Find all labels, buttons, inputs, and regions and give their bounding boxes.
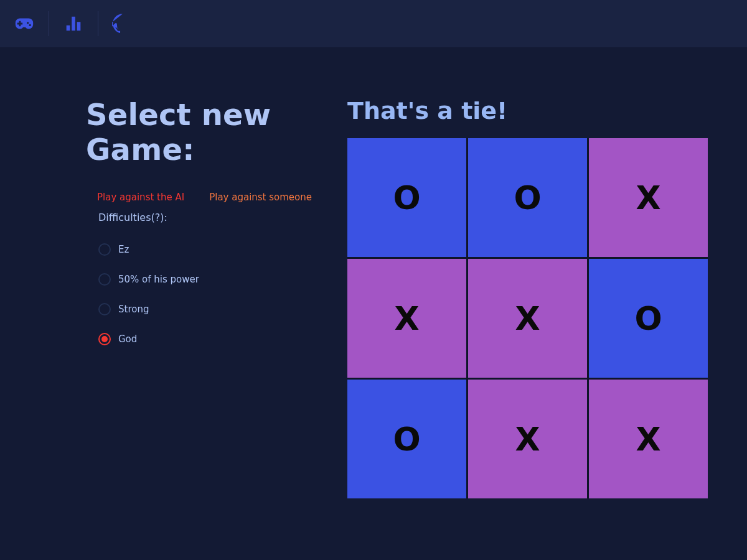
new-game-panel: Select new Game: Play against the AI Pla…: [86, 97, 335, 354]
board-cell[interactable]: X: [347, 259, 466, 378]
mode-row: Play against the AI Play against someone: [97, 192, 335, 203]
nav-separator: [49, 11, 49, 36]
topbar: [0, 0, 747, 47]
game-status: That's a tie!: [347, 97, 708, 124]
difficulty-label: 50% of his power: [118, 274, 199, 285]
board-cell[interactable]: X: [589, 138, 708, 257]
difficulty-option[interactable]: 50% of his power: [98, 264, 335, 294]
board-cell[interactable]: X: [468, 259, 587, 378]
radio-icon: [98, 243, 111, 256]
board-cell[interactable]: O: [589, 259, 708, 378]
difficulty-label: God: [118, 334, 137, 345]
board-cell[interactable]: X: [589, 380, 708, 498]
stage: Select new Game: Play against the AI Pla…: [0, 47, 747, 560]
radio-icon: [98, 333, 111, 345]
nav-separator: [98, 11, 98, 36]
game-board: OOXXXOOXX: [347, 138, 708, 498]
difficulty-label: Strong: [118, 304, 149, 315]
game-panel: That's a tie! OOXXXOOXX: [347, 97, 708, 498]
mode-ai-button[interactable]: Play against the AI: [97, 192, 184, 203]
difficulty-option[interactable]: Strong: [98, 294, 335, 324]
mode-human-button[interactable]: Play against someone: [209, 192, 312, 203]
board-cell[interactable]: O: [347, 138, 466, 257]
board-cell[interactable]: O: [468, 138, 587, 257]
difficulty-option[interactable]: God: [98, 324, 335, 354]
board-cell[interactable]: O: [347, 380, 466, 498]
gamepad-icon[interactable]: [12, 12, 36, 35]
board-cell[interactable]: X: [468, 380, 587, 498]
difficulties-list: Ez50% of his powerStrongGod: [98, 235, 335, 354]
radio-icon: [98, 303, 111, 315]
leaderboard-icon[interactable]: [62, 12, 85, 35]
difficulties-label: Difficulties(?):: [98, 212, 335, 223]
github-icon[interactable]: [111, 12, 134, 35]
radio-icon: [98, 273, 111, 286]
difficulty-label: Ez: [118, 244, 129, 255]
page-title: Select new Game:: [86, 97, 335, 167]
difficulty-option[interactable]: Ez: [98, 235, 335, 264]
